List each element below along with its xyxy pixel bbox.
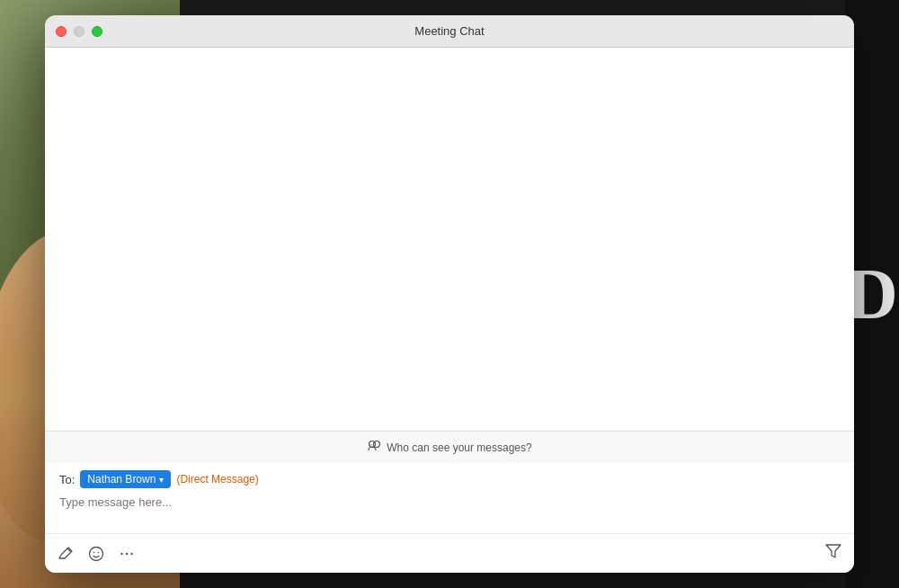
more-icon[interactable]	[119, 546, 135, 562]
title-bar: Meeting Chat	[45, 15, 854, 48]
toolbar-left	[58, 546, 135, 562]
traffic-lights	[56, 26, 102, 37]
svg-point-2	[90, 547, 103, 560]
message-input-area[interactable]	[45, 492, 854, 533]
recipient-badge[interactable]: Nathan Brown ▾	[80, 470, 171, 488]
recipient-name: Nathan Brown	[87, 473, 156, 486]
svg-point-5	[120, 552, 122, 554]
svg-point-4	[98, 551, 100, 553]
window-title: Meeting Chat	[414, 24, 484, 38]
chat-messages-area[interactable]	[45, 48, 854, 431]
to-label: To:	[59, 473, 75, 486]
direct-message-label: (Direct Message)	[176, 473, 258, 486]
svg-marker-8	[826, 545, 841, 557]
close-button[interactable]	[56, 26, 67, 37]
maximize-button[interactable]	[92, 26, 102, 37]
pencil-icon[interactable]	[58, 546, 74, 562]
chat-window: Meeting Chat Who can see your messages? …	[45, 15, 854, 573]
svg-point-1	[374, 441, 380, 448]
emoji-icon[interactable]	[88, 546, 104, 562]
privacy-text: Who can see your messages?	[387, 441, 531, 454]
to-bar: To: Nathan Brown ▾ (Direct Message)	[45, 463, 854, 492]
privacy-bar[interactable]: Who can see your messages?	[45, 431, 854, 463]
svg-point-7	[130, 552, 132, 554]
svg-point-3	[93, 551, 95, 553]
privacy-icon	[367, 439, 381, 456]
minimize-button[interactable]	[74, 26, 85, 37]
filter-icon[interactable]	[825, 545, 841, 563]
toolbar-right	[825, 543, 841, 564]
message-input[interactable]	[59, 495, 840, 522]
svg-point-6	[126, 552, 128, 554]
recipient-dropdown-arrow: ▾	[159, 475, 164, 485]
toolbar-bar	[45, 533, 854, 573]
